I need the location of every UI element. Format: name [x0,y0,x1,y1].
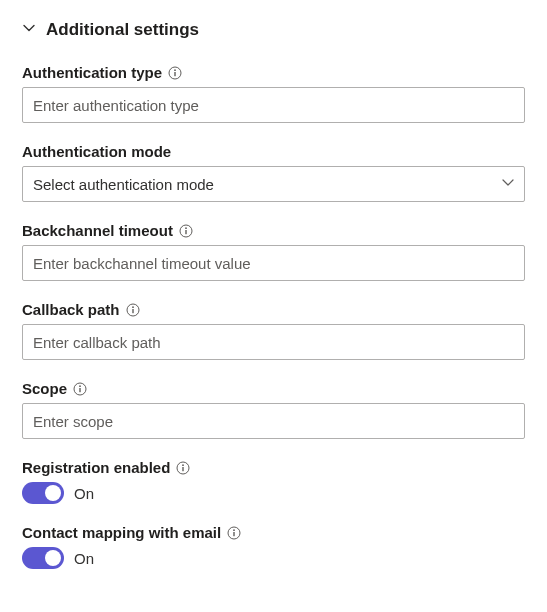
svg-rect-5 [185,230,186,234]
field-backchannel-timeout: Backchannel timeout [22,222,525,281]
auth-type-label: Authentication type [22,64,162,81]
registration-enabled-label: Registration enabled [22,459,170,476]
contact-mapping-state: On [74,550,94,567]
field-callback-path: Callback path [22,301,525,360]
callback-path-input[interactable] [22,324,525,360]
auth-mode-selected: Select authentication mode [33,176,214,193]
registration-enabled-toggle[interactable] [22,482,64,504]
info-icon[interactable] [73,382,87,396]
info-icon[interactable] [227,526,241,540]
section-title: Additional settings [46,20,199,40]
contact-mapping-label: Contact mapping with email [22,524,221,541]
toggle-knob [45,485,61,501]
backchannel-timeout-input[interactable] [22,245,525,281]
scope-label: Scope [22,380,67,397]
scope-input[interactable] [22,403,525,439]
svg-point-13 [182,464,184,466]
registration-enabled-state: On [74,485,94,502]
info-icon[interactable] [168,66,182,80]
callback-path-label: Callback path [22,301,120,318]
field-contact-mapping: Contact mapping with email On [22,524,525,569]
svg-rect-14 [183,467,184,471]
svg-point-10 [79,385,81,387]
svg-point-1 [174,69,176,71]
toggle-knob [45,550,61,566]
svg-point-16 [233,529,235,531]
svg-point-4 [185,227,187,229]
svg-rect-11 [79,388,80,392]
svg-point-7 [132,306,134,308]
auth-mode-label: Authentication mode [22,143,171,160]
chevron-down-icon [22,21,36,39]
auth-mode-select[interactable]: Select authentication mode [22,166,525,202]
svg-rect-8 [132,309,133,313]
section-header-additional-settings[interactable]: Additional settings [22,20,525,40]
svg-rect-17 [233,532,234,536]
contact-mapping-toggle[interactable] [22,547,64,569]
info-icon[interactable] [126,303,140,317]
field-authentication-type: Authentication type [22,64,525,123]
field-scope: Scope [22,380,525,439]
info-icon[interactable] [179,224,193,238]
info-icon[interactable] [176,461,190,475]
field-registration-enabled: Registration enabled On [22,459,525,504]
auth-type-input[interactable] [22,87,525,123]
svg-rect-2 [174,72,175,76]
backchannel-timeout-label: Backchannel timeout [22,222,173,239]
field-authentication-mode: Authentication mode Select authenticatio… [22,143,525,202]
